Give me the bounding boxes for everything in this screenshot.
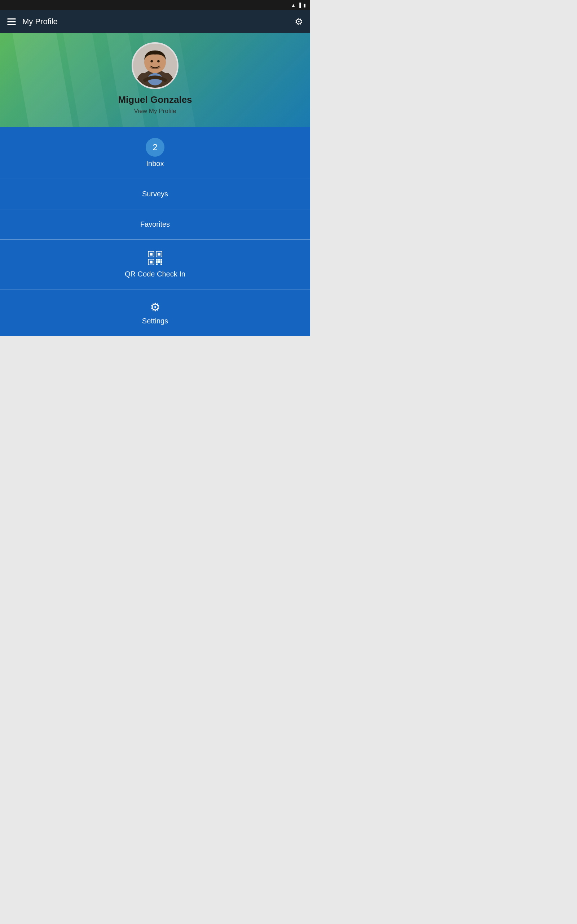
battery-icon: ▮ [303, 3, 306, 8]
menu-item-surveys[interactable]: Surveys [0, 179, 310, 209]
profile-name: Miguel Gonzales [118, 94, 192, 105]
svg-rect-18 [156, 263, 158, 265]
svg-rect-11 [150, 261, 153, 263]
avatar[interactable] [132, 42, 179, 89]
svg-rect-17 [161, 261, 162, 263]
favorites-label: Favorites [140, 220, 170, 228]
menu-item-inbox[interactable]: 2 Inbox [0, 127, 310, 179]
avatar-image [133, 44, 177, 88]
inbox-label: Inbox [147, 160, 164, 168]
profile-header: Miguel Gonzales View My Profile [0, 33, 310, 127]
menu-item-settings[interactable]: ⚙ Settings [0, 289, 310, 336]
svg-rect-12 [156, 259, 158, 261]
svg-rect-9 [158, 253, 161, 255]
svg-point-4 [150, 60, 153, 63]
svg-rect-7 [150, 253, 153, 255]
menu-list: 2 Inbox Surveys Favorites [0, 127, 310, 336]
svg-rect-14 [161, 259, 162, 261]
signal-icon: ▐ [298, 3, 301, 8]
qr-code-icon [148, 250, 163, 267]
app-bar: My Profile ⚙ [0, 10, 310, 33]
svg-point-5 [157, 60, 160, 63]
surveys-label: Surveys [142, 190, 168, 198]
menu-icon[interactable] [7, 18, 16, 25]
svg-rect-16 [158, 261, 160, 263]
settings-button[interactable]: ⚙ [295, 16, 303, 27]
footer-area [0, 336, 310, 444]
view-profile-link[interactable]: View My Profile [134, 108, 176, 115]
svg-rect-19 [161, 263, 162, 265]
inbox-count: 2 [153, 142, 157, 152]
wifi-icon: ▲ [291, 3, 296, 8]
qr-code-label: QR Code Check In [125, 270, 185, 278]
svg-rect-15 [156, 261, 158, 263]
settings-label: Settings [142, 317, 168, 325]
menu-item-favorites[interactable]: Favorites [0, 209, 310, 240]
gear-icon: ⚙ [150, 300, 161, 314]
status-bar: ▲ ▐ ▮ [0, 0, 310, 10]
menu-item-qr-code[interactable]: QR Code Check In [0, 240, 310, 289]
svg-rect-13 [158, 259, 160, 261]
app-bar-left: My Profile [7, 17, 58, 26]
page-title: My Profile [23, 17, 58, 26]
inbox-badge: 2 [146, 138, 164, 157]
